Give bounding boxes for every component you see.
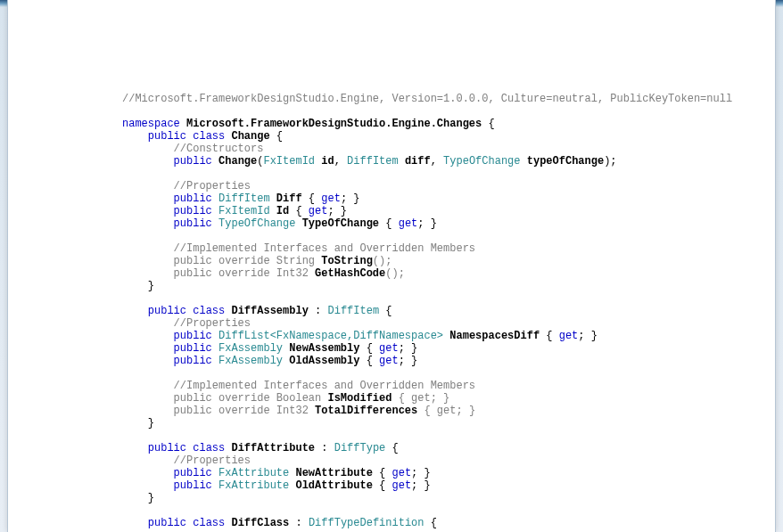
impl-comment: //Implemented Interfaces and Overridden …: [174, 242, 475, 255]
props-comment: //Properties: [174, 180, 251, 192]
ctor-comment: //Constructors: [174, 143, 264, 155]
class-diffattribute: DiffAttribute: [231, 442, 315, 454]
class-change: Change: [231, 130, 269, 143]
header-comment: //Microsoft.FrameworkDesignStudio.Engine…: [122, 93, 732, 105]
code-content: //Microsoft.FrameworkDesignStudio.Engine…: [8, 93, 775, 529]
class-diffassembly: DiffAssembly: [231, 305, 308, 317]
namespace-name: Microsoft.FrameworkDesignStudio.Engine.C…: [186, 118, 482, 130]
class-diffclass: DiffClass: [231, 517, 289, 529]
document-page: //Microsoft.FrameworkDesignStudio.Engine…: [7, 0, 776, 532]
kw-namespace: namespace: [122, 118, 180, 130]
code-block: //Microsoft.FrameworkDesignStudio.Engine…: [8, 0, 775, 532]
